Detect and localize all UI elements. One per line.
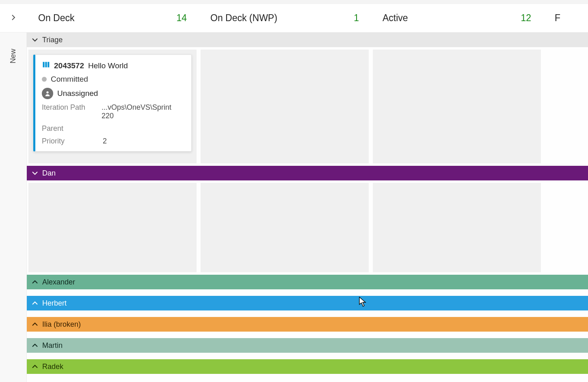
board-cell[interactable]: 2043572 Hello World Committed Unassigned: [28, 50, 197, 163]
top-strip: [0, 0, 588, 4]
column-name: On Deck (NWP): [210, 13, 277, 24]
board-main: Triage 2043572 Hello World: [27, 33, 588, 382]
column-header-active[interactable]: Active 12: [371, 4, 543, 32]
field-label: Iteration Path: [42, 103, 102, 120]
chevron-up-icon: [32, 321, 38, 328]
board-cell[interactable]: [201, 50, 369, 163]
state-indicator-icon: [42, 77, 47, 82]
card-field-row: Iteration Path ...vOps\OneVS\Sprint 220: [42, 103, 184, 120]
avatar-icon: [42, 88, 53, 99]
work-item-card[interactable]: 2043572 Hello World Committed Unassigned: [33, 54, 192, 152]
chevron-down-icon: [32, 37, 38, 43]
work-item-assignee: Unassigned: [57, 89, 98, 98]
swimlane-label: Triage: [42, 36, 63, 44]
work-item-title: Hello World: [88, 61, 128, 70]
chevron-up-icon: [32, 279, 38, 285]
column-name: On Deck: [38, 13, 74, 24]
work-item-state: Committed: [51, 75, 88, 84]
field-label: Priority: [42, 137, 103, 145]
board-cell[interactable]: [201, 183, 369, 272]
chevron-right-icon: [10, 13, 17, 23]
board-body: New Triage 2043572 He: [0, 33, 588, 382]
field-value: ...vOps\OneVS\Sprint 220: [102, 103, 184, 120]
chevron-up-icon: [32, 300, 38, 306]
board-cell[interactable]: [28, 183, 197, 272]
swimlane-label: Herbert: [42, 299, 67, 308]
swimlane-label: Martin: [42, 341, 63, 350]
column-count: 14: [176, 13, 187, 24]
column-header-on-deck[interactable]: On Deck 14: [27, 4, 199, 32]
card-field-row: Priority 2: [42, 137, 184, 145]
expand-columns-toggle[interactable]: [0, 4, 27, 32]
side-swimlane-label: New: [9, 49, 17, 63]
swimlane-content-dan: [27, 180, 588, 275]
column-name: Active: [383, 13, 408, 24]
card-field-row: Parent: [42, 124, 184, 133]
field-label: Parent: [42, 124, 103, 133]
column-header-row: On Deck 14 On Deck (NWP) 1 Active 12 F: [0, 4, 588, 33]
work-item-id: 2043572: [54, 61, 84, 70]
column-count: 1: [354, 13, 359, 24]
chevron-up-icon: [32, 363, 38, 370]
chevron-up-icon: [32, 342, 38, 349]
svg-point-3: [46, 91, 48, 93]
swimlane-header-radek[interactable]: Radek: [27, 359, 588, 374]
swimlane-label: Dan: [42, 169, 56, 178]
board-cell[interactable]: [373, 183, 541, 272]
swimlane-label: Radek: [42, 362, 63, 371]
swimlane-header-ilia[interactable]: Ilia (broken): [27, 317, 588, 332]
collapsed-swimlane-stack: Alexander Herbert Ilia (broken): [27, 275, 588, 374]
swimlane-header-dan[interactable]: Dan: [27, 166, 588, 180]
swimlane-label: Alexander: [42, 278, 75, 286]
column-header-partial[interactable]: F: [543, 4, 588, 32]
column-name: F: [555, 13, 560, 24]
swimlane-content-triage: 2043572 Hello World Committed Unassigned: [27, 47, 588, 166]
swimlane-header-herbert[interactable]: Herbert: [27, 296, 588, 310]
svg-rect-0: [43, 62, 45, 67]
svg-rect-1: [45, 62, 47, 67]
column-header-on-deck-nwp[interactable]: On Deck (NWP) 1: [199, 4, 371, 32]
swimlane-header-triage[interactable]: Triage: [27, 33, 588, 47]
board-cell[interactable]: [373, 50, 541, 163]
svg-rect-2: [48, 62, 49, 67]
kanban-board: On Deck 14 On Deck (NWP) 1 Active 12 F N…: [0, 0, 588, 382]
column-count: 12: [521, 13, 531, 24]
swimlane-header-martin[interactable]: Martin: [27, 338, 588, 353]
chevron-down-icon: [32, 170, 38, 176]
swimlane-label: Ilia (broken): [42, 320, 81, 329]
field-value: 2: [103, 137, 107, 145]
side-swimlane-new[interactable]: New: [0, 33, 27, 382]
work-item-type-icon: [42, 61, 50, 71]
swimlane-header-alexander[interactable]: Alexander: [27, 275, 588, 289]
